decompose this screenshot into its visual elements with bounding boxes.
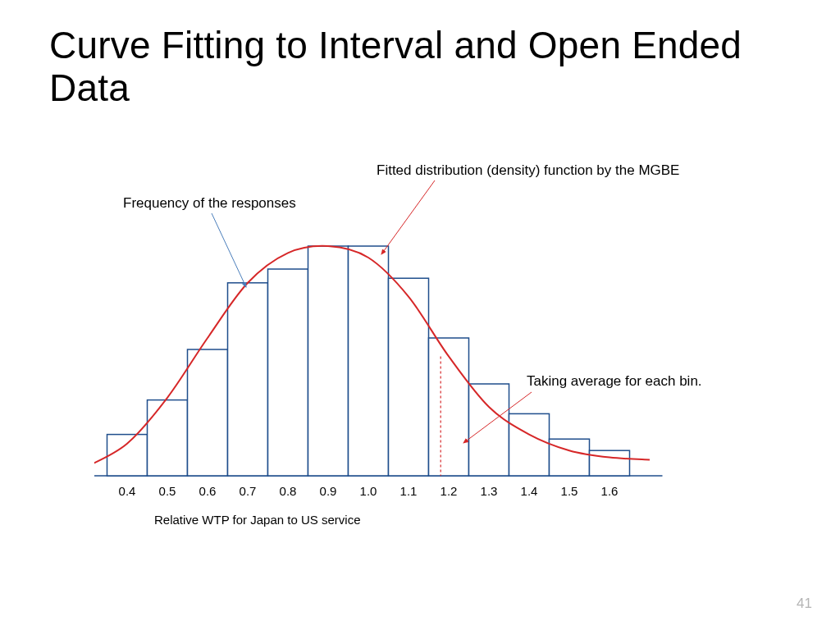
histogram-bar bbox=[268, 269, 308, 476]
annotation-frequency: Frequency of the responses bbox=[123, 195, 296, 212]
histogram-bar bbox=[107, 435, 148, 476]
slide-title: Curve Fitting to Interval and Open Ended… bbox=[49, 25, 788, 109]
histogram-bar bbox=[148, 400, 188, 476]
x-tick: 0.9 bbox=[320, 484, 337, 498]
histogram-bar bbox=[389, 278, 429, 476]
histogram-bar bbox=[308, 246, 349, 476]
page-number: 41 bbox=[797, 596, 812, 612]
histogram-bar bbox=[188, 349, 228, 476]
x-tick: 1.0 bbox=[360, 484, 377, 498]
histogram-bar bbox=[469, 384, 509, 476]
histogram-bar bbox=[509, 413, 550, 476]
x-tick: 1.3 bbox=[481, 484, 498, 498]
histogram-bar bbox=[550, 439, 590, 476]
chart-svg bbox=[94, 230, 726, 509]
x-tick: 0.8 bbox=[280, 484, 297, 498]
histogram-bar bbox=[349, 246, 389, 476]
x-tick: 0.6 bbox=[199, 484, 217, 498]
x-axis-label: Relative WTP for Japan to US service bbox=[154, 513, 360, 527]
histogram-chart: 0.40.50.60.70.80.91.01.11.21.31.41.51.6 … bbox=[94, 230, 726, 509]
histogram-bar bbox=[590, 450, 630, 476]
histogram-bar bbox=[228, 283, 268, 476]
annotation-fitted: Fitted distribution (density) function b… bbox=[377, 162, 679, 179]
x-tick: 0.5 bbox=[159, 484, 176, 498]
x-tick: 1.6 bbox=[601, 484, 619, 498]
x-tick: 0.4 bbox=[119, 484, 136, 498]
histogram-bar bbox=[429, 338, 469, 476]
x-tick: 1.5 bbox=[561, 484, 578, 498]
x-tick: 1.4 bbox=[521, 484, 538, 498]
x-tick: 1.2 bbox=[441, 484, 458, 498]
x-tick: 0.7 bbox=[240, 484, 257, 498]
x-tick: 1.1 bbox=[400, 484, 418, 498]
